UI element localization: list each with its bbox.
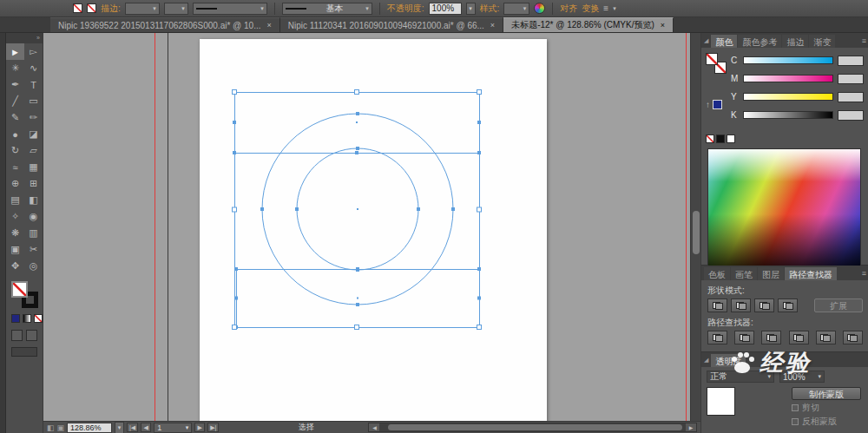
transparency-thumbnail[interactable] [707, 387, 735, 416]
tab-transparency[interactable]: 透明度 [711, 354, 746, 367]
scroll-right-icon[interactable]: ▶ [686, 423, 696, 431]
width-tool[interactable]: ≈ [6, 159, 24, 175]
make-mask-button[interactable]: 制作蒙版 [792, 387, 861, 400]
pencil-tool[interactable]: ✏ [24, 109, 43, 126]
collapse-panel-icon[interactable]: ◢ [704, 357, 708, 364]
black-swatch[interactable] [716, 134, 725, 143]
symbol-sprayer-tool[interactable]: ❋ [6, 225, 24, 241]
fill-swatch[interactable] [706, 53, 718, 65]
shape-builder-tool[interactable]: ⊕ [6, 175, 24, 192]
color-group-tab-2[interactable]: 颜色参考 [738, 35, 781, 48]
y-slider[interactable] [743, 93, 833, 101]
artboard-number-input[interactable]: 1▾ [154, 423, 192, 433]
vertical-scrollbar[interactable] [690, 33, 700, 421]
brush-definition-dropdown[interactable]: 基本▾ [282, 3, 372, 15]
artboard-nav-icon[interactable]: ◧ [47, 423, 55, 432]
draw-behind-mode-button[interactable] [26, 330, 37, 341]
mesh-tool[interactable]: ▤ [6, 192, 24, 208]
recolor-artwork-icon[interactable] [534, 3, 545, 14]
outline-button[interactable] [816, 331, 836, 344]
document-tab-2[interactable]: Nipic 11120341 2016090100946921000.ai* @… [280, 17, 503, 32]
zoom-level-input[interactable]: 128.86% [67, 423, 112, 433]
fill-stroke-indicator-small[interactable] [706, 53, 727, 74]
color-group-tab-1[interactable]: 颜色 [711, 35, 737, 48]
magic-wand-tool[interactable]: ✳ [6, 60, 24, 76]
zoom-dropdown-button[interactable]: ▾ [115, 422, 124, 433]
color-group-tab-4[interactable]: 渐变 [809, 35, 835, 48]
invert-mask-checkbox[interactable] [792, 418, 799, 425]
merge-button[interactable] [761, 331, 781, 344]
color-button[interactable] [11, 314, 20, 323]
perspective-grid-tool[interactable]: ⊞ [24, 175, 43, 192]
stroke-link[interactable]: 描边: [101, 3, 121, 15]
collapse-tools-icon[interactable]: » [6, 33, 43, 43]
document-tab-1[interactable]: Nipic 19369522 2015013117062806S000.ai* … [50, 17, 280, 32]
horizontal-scrollbar[interactable]: ◀ ▶ [368, 423, 697, 432]
swap-arrow-icon[interactable]: ↑ [706, 100, 710, 109]
selection-artwork[interactable] [43, 33, 700, 421]
slice-tool[interactable]: ✂ [24, 241, 43, 258]
fill-swatch[interactable] [11, 281, 28, 298]
align-link[interactable]: 对齐 [560, 3, 577, 15]
guide-line-dark[interactable] [168, 33, 168, 421]
paintbrush-tool[interactable]: ✎ [6, 109, 24, 126]
hand-tool[interactable]: ✥ [6, 258, 24, 274]
scale-tool[interactable]: ▱ [24, 142, 43, 159]
color-spectrum[interactable] [707, 148, 861, 275]
panel-menu-icon[interactable]: ≡ [862, 269, 866, 278]
draw-normal-mode-button[interactable] [11, 330, 23, 341]
zoom-tool[interactable]: ◎ [24, 258, 43, 274]
variable-width-dropdown[interactable]: ▾ [164, 3, 188, 15]
column-graph-tool[interactable]: ▥ [24, 225, 43, 241]
horizontal-scrollbar-thumb[interactable] [388, 424, 682, 430]
scroll-left-icon[interactable]: ◀ [369, 423, 379, 431]
blob-brush-tool[interactable]: ● [6, 126, 24, 142]
direct-selection-tool[interactable]: ▻ [24, 43, 43, 60]
stroke-none-swatch[interactable] [87, 3, 96, 13]
panel-grid-icon[interactable]: ▣ [57, 423, 65, 432]
pen-tool[interactable]: ✒ [6, 76, 24, 93]
style-dropdown[interactable]: ▾ [503, 3, 529, 15]
k-slider[interactable] [743, 111, 833, 119]
opacity-dropdown-button[interactable]: ▾ [466, 3, 476, 15]
workspace-menu-icon[interactable]: ≡ [603, 3, 608, 13]
eyedropper-tool[interactable]: ✧ [6, 208, 24, 225]
next-artboard-button[interactable]: ▶ [194, 423, 205, 432]
artboard-tool[interactable]: ▣ [6, 241, 24, 258]
c-slider[interactable] [743, 56, 833, 64]
tab-close-icon[interactable]: × [267, 21, 272, 30]
minus-front-button[interactable] [731, 299, 751, 312]
color-group-tab-3[interactable]: 描边 [782, 35, 808, 48]
screen-mode-button[interactable] [11, 347, 37, 357]
tab-close-icon[interactable]: × [490, 21, 495, 30]
y-value-input[interactable] [838, 92, 864, 102]
rotate-tool[interactable]: ↻ [6, 142, 24, 159]
previous-artboard-button[interactable]: ◀ [141, 423, 151, 432]
divide-button[interactable] [707, 331, 727, 344]
free-transform-tool[interactable]: ▦ [24, 159, 43, 175]
unite-button[interactable] [707, 299, 727, 312]
none-swatch[interactable] [706, 134, 714, 143]
m-value-input[interactable] [838, 74, 864, 84]
collapse-panel-icon[interactable]: ◢ [704, 37, 708, 44]
opacity-link[interactable]: 不透明度: [387, 3, 424, 15]
gradient-button[interactable] [23, 314, 31, 323]
opacity-input[interactable]: 100% [429, 3, 462, 15]
last-color-swatch[interactable] [713, 100, 722, 109]
transform-link[interactable]: 变换 [582, 3, 599, 15]
exclude-button[interactable] [778, 299, 798, 312]
blend-mode-dropdown[interactable]: 正常▾ [707, 371, 774, 383]
last-artboard-button[interactable]: ▶| [207, 423, 219, 432]
vertical-scrollbar-thumb[interactable] [693, 211, 700, 254]
eraser-tool[interactable]: ◪ [24, 126, 43, 142]
expand-button[interactable]: 扩展 [814, 299, 863, 312]
fill-none-swatch[interactable] [73, 3, 82, 13]
pathfinder-group-tab-4[interactable]: 路径查找器 [785, 267, 837, 280]
minus-back-button[interactable] [843, 331, 863, 344]
k-value-input[interactable] [838, 110, 864, 121]
lasso-tool[interactable]: ∿ [24, 60, 43, 76]
trim-button[interactable] [734, 331, 754, 344]
tab-close-icon[interactable]: × [661, 21, 665, 30]
clip-checkbox[interactable] [792, 404, 799, 411]
type-tool[interactable]: T [24, 76, 43, 93]
